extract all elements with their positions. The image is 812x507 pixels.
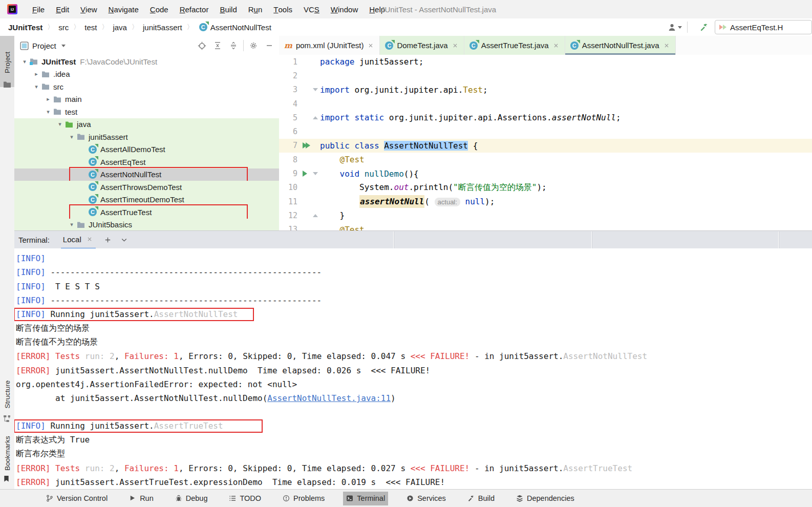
- tree-item-.idea[interactable]: ▸.idea: [14, 68, 279, 81]
- editor-tab-DomeTest.java[interactable]: CDomeTest.java: [380, 36, 464, 55]
- close-tab-icon[interactable]: [367, 42, 374, 49]
- code-line-3[interactable]: 3import org.junit.jupiter.api.Test;: [279, 83, 812, 97]
- close-tab-icon[interactable]: [452, 42, 459, 49]
- menu-build[interactable]: Build: [214, 0, 242, 18]
- tree-item-AssertEqTest[interactable]: CAssertEqTest: [14, 156, 279, 168]
- close-tab-icon[interactable]: [663, 42, 670, 49]
- menu-tools[interactable]: Tools: [268, 0, 298, 18]
- menu-vcs[interactable]: VCS: [298, 0, 325, 18]
- java-test-class-icon: C: [199, 23, 207, 31]
- code-line-10[interactable]: 10 System.out.println("断言传值为空的场景");: [279, 181, 812, 195]
- menu-window[interactable]: Window: [325, 0, 364, 18]
- statusbar-item-todo[interactable]: TODO: [226, 492, 264, 505]
- tree-item-src[interactable]: ▾src: [14, 80, 279, 93]
- tree-item-AssertTrueTest[interactable]: CAssertTrueTest: [14, 206, 279, 219]
- run-configuration-select[interactable]: AssertEqTest.H: [715, 20, 812, 34]
- tree-item-AssertAllDemoTest[interactable]: CAssertAllDemoTest: [14, 143, 279, 156]
- statusbar-item-problems[interactable]: Problems: [280, 492, 328, 505]
- project-folder-icon[interactable]: [3, 81, 11, 89]
- editor-tab-pom.xml (JUnitTest)[interactable]: mpom.xml (JUnitTest): [279, 36, 380, 55]
- structure-tool-button[interactable]: Structure: [4, 381, 11, 409]
- menu-navigate[interactable]: Navigate: [103, 0, 144, 18]
- statusbar-item-build[interactable]: Build: [464, 492, 498, 505]
- project-view-selector[interactable]: Project: [19, 41, 66, 50]
- menu-refactor[interactable]: Refactor: [174, 0, 215, 18]
- new-terminal-session-icon[interactable]: [104, 236, 112, 244]
- chevron-down-icon[interactable]: ▾: [43, 109, 53, 115]
- tree-item-java[interactable]: ▾java: [14, 118, 279, 131]
- menu-view[interactable]: View: [75, 0, 103, 18]
- terminal-output[interactable]: [INFO][INFO] ---------------------------…: [14, 248, 812, 489]
- collapse-all-icon[interactable]: [229, 41, 238, 50]
- editor-tab-AssertTrueTest.java[interactable]: CAssertTrueTest.java: [464, 36, 565, 55]
- statusbar-item-debug[interactable]: Debug: [172, 492, 211, 505]
- close-terminal-tab-icon[interactable]: [86, 235, 94, 243]
- statusbar-item-run[interactable]: Run: [126, 492, 157, 505]
- code-line-6[interactable]: 6: [279, 124, 812, 138]
- code-line-11[interactable]: 11 assertNotNull( actual: null);: [279, 195, 812, 208]
- structure-icon[interactable]: [3, 415, 11, 423]
- fold-marker-icon[interactable]: [313, 116, 318, 119]
- menu-code[interactable]: Code: [144, 0, 174, 18]
- run-class-icon[interactable]: [303, 142, 310, 149]
- breadcrumb-item-JUnitTest[interactable]: JUnitTest: [7, 23, 44, 32]
- editor-tab-AssertNotNullTest.java[interactable]: CAssertNotNullTest.java: [565, 36, 676, 55]
- project-tool-button[interactable]: Project: [4, 52, 11, 73]
- breadcrumb-item-class[interactable]: CAssertNotNullTest: [199, 23, 271, 32]
- fold-marker-icon[interactable]: [313, 88, 318, 91]
- fold-marker-icon[interactable]: [313, 214, 318, 217]
- menu-run[interactable]: Run: [243, 0, 268, 18]
- select-opened-file-icon[interactable]: [197, 41, 206, 50]
- close-tab-icon[interactable]: [552, 42, 560, 49]
- settings-gear-icon[interactable]: [249, 41, 258, 50]
- fold-marker-icon[interactable]: [313, 172, 318, 175]
- chevron-right-icon[interactable]: ▸: [31, 71, 41, 77]
- tree-item-junit5assert[interactable]: ▾junit5assert: [14, 131, 279, 143]
- menu-edit[interactable]: Edit: [50, 0, 75, 18]
- statusbar-item-version-control[interactable]: Version Control: [43, 492, 111, 505]
- statusbar-item-services[interactable]: Services: [403, 492, 449, 505]
- terminal-text: ----------------------------------------…: [46, 295, 322, 305]
- intellij-idea-logo-icon[interactable]: [7, 4, 17, 14]
- breadcrumb-item-test[interactable]: test: [83, 23, 98, 32]
- code-line-7[interactable]: 7public class AssertNotNullTest {: [279, 139, 812, 153]
- chevron-down-icon[interactable]: ▾: [19, 58, 30, 65]
- run-test-icon[interactable]: [303, 171, 307, 177]
- code-line-5[interactable]: 5import static org.junit.jupiter.api.Ass…: [279, 111, 812, 124]
- tree-item-test[interactable]: ▾test: [14, 105, 279, 118]
- tree-item-JUnit5basics[interactable]: ▾JUnit5basics: [14, 219, 279, 231]
- code-line-2[interactable]: 2: [279, 69, 812, 82]
- hide-tool-window-icon[interactable]: [265, 41, 274, 50]
- chevron-down-icon[interactable]: ▾: [31, 83, 41, 90]
- code-line-1[interactable]: 1package junit5assert;: [279, 55, 812, 69]
- breadcrumb-item-junit5assert[interactable]: junit5assert: [142, 23, 183, 32]
- code-line-13[interactable]: 13 @Test: [279, 223, 812, 230]
- statusbar-item-terminal[interactable]: Terminal: [343, 492, 388, 505]
- code-line-9[interactable]: 9 void nullDemo(){: [279, 166, 812, 180]
- user-icon[interactable]: [667, 23, 676, 32]
- chevron-down-icon[interactable]: ▾: [55, 121, 65, 128]
- terminal-options-chevron-icon[interactable]: [120, 236, 129, 244]
- code-line-8[interactable]: 8 @Test: [279, 153, 812, 166]
- chevron-down-icon[interactable]: ▾: [67, 221, 77, 228]
- tree-item-AssertThrowsDemoTest[interactable]: CAssertThrowsDemoTest: [14, 181, 279, 194]
- breadcrumb-item-java[interactable]: java: [112, 23, 128, 32]
- expand-all-icon[interactable]: [213, 41, 222, 50]
- chevron-right-icon[interactable]: ▸: [43, 96, 53, 102]
- bookmark-icon[interactable]: [3, 475, 11, 483]
- bookmarks-tool-button[interactable]: Bookmarks: [4, 436, 11, 471]
- stacktrace-link[interactable]: AssertNotNullTest.java:11: [267, 393, 391, 403]
- code-line-4[interactable]: 4: [279, 97, 812, 111]
- menu-file[interactable]: File: [27, 0, 50, 18]
- chevron-down-icon[interactable]: ▾: [67, 134, 77, 140]
- tree-item-AssertTimeoutDemoTest[interactable]: CAssertTimeoutDemoTest: [14, 194, 279, 206]
- build-hammer-icon[interactable]: [699, 23, 709, 32]
- statusbar-item-dependencies[interactable]: Dependencies: [513, 492, 578, 505]
- tree-item-main[interactable]: ▸main: [14, 93, 279, 106]
- tree-item-AssertNotNullTest[interactable]: CAssertNotNullTest: [14, 168, 279, 181]
- code-line-12[interactable]: 12 }: [279, 208, 812, 222]
- breadcrumb-item-src[interactable]: src: [57, 23, 70, 32]
- code-editor[interactable]: 1package junit5assert;23import org.junit…: [279, 55, 812, 230]
- tree-item-JUnitTest[interactable]: ▾JUnitTestF:\JavaCode\JUnitTest: [14, 55, 279, 68]
- terminal-tab-local[interactable]: Local: [61, 231, 96, 249]
